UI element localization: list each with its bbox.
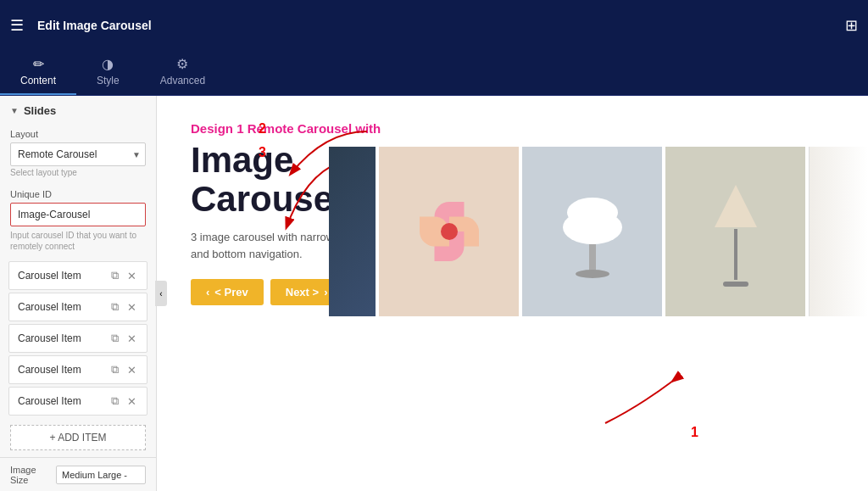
- carousel-item-delete-3[interactable]: ✕: [125, 331, 138, 347]
- arrow-1-svg: [588, 364, 690, 432]
- style-icon: ◑: [102, 56, 114, 72]
- carousel-item-delete-2[interactable]: ✕: [125, 299, 138, 315]
- lamp-container: [715, 147, 757, 316]
- prev-label: < Prev: [214, 286, 248, 299]
- carousel-item-duplicate-1[interactable]: ⧉: [109, 267, 120, 284]
- carousel-item-duplicate-2[interactable]: ⧉: [109, 299, 120, 315]
- content-icon: ✏: [33, 56, 44, 72]
- carousel-items-list: Carousel Item ⧉ ✕ Carousel Item ⧉ ✕ Caro…: [0, 261, 156, 416]
- carousel-thumbnails: [329, 147, 868, 316]
- tab-content-label: Content: [20, 75, 56, 86]
- tab-advanced-label: Advanced: [160, 75, 205, 86]
- chair-svg: [559, 181, 626, 282]
- image-size-row: Image Size Medium Large - Thumbnail Medi…: [10, 465, 146, 485]
- tab-bar: ✏ Content ◑ Style ⚙ Advanced: [0, 51, 868, 96]
- lamp-pole: [734, 229, 737, 280]
- carousel-item: Carousel Item ⧉ ✕: [8, 387, 147, 416]
- next-label: Next >: [286, 286, 319, 299]
- lamp-graphic: [715, 185, 757, 287]
- carousel-thumb-2: [379, 147, 519, 316]
- carousel-item-label-4: Carousel Item: [18, 364, 104, 376]
- lamp-base: [723, 282, 748, 287]
- slides-section-header[interactable]: ▼ Slides: [0, 96, 156, 124]
- tab-advanced[interactable]: ⚙ Advanced: [140, 51, 225, 95]
- page-title: Edit Image Carousel: [37, 19, 832, 32]
- tab-style-label: Style: [97, 75, 120, 86]
- carousel-item-label-5: Carousel Item: [18, 395, 104, 407]
- annotation-2: 2: [259, 121, 266, 137]
- prev-button[interactable]: ‹ < Prev: [191, 279, 264, 305]
- grid-icon[interactable]: ⊞: [845, 16, 858, 35]
- unique-id-label: Unique ID: [10, 189, 146, 199]
- carousel-item-duplicate-4[interactable]: ⧉: [109, 361, 120, 378]
- carousel-item-delete-5[interactable]: ✕: [125, 393, 138, 410]
- pinwheel-graphic: [415, 198, 483, 265]
- layout-label: Layout: [10, 129, 146, 139]
- annotation-1: 1: [691, 425, 698, 440]
- image-size-select[interactable]: Medium Large - Thumbnail Medium Large: [56, 466, 146, 484]
- carousel-item: Carousel Item ⧉ ✕: [8, 293, 147, 321]
- carousel-item-delete-4[interactable]: ✕: [125, 362, 138, 378]
- layout-sublabel: Select layout type: [10, 168, 146, 177]
- unique-id-field-group: Unique ID Input carousel ID that you wan…: [0, 184, 156, 259]
- carousel-item: Carousel Item ⧉ ✕: [8, 261, 147, 290]
- svg-rect-2: [589, 244, 596, 274]
- carousel-item-label-3: Carousel Item: [18, 332, 104, 344]
- design-label: Design 1 Remote Carousel with: [191, 121, 834, 136]
- title-line1: Image: [191, 140, 293, 180]
- preview-area: 2 3 Design 1 Remote Carousel with Image …: [157, 96, 868, 491]
- layout-select-wrapper: Remote Carousel Default Slideshow ▼: [10, 142, 146, 166]
- image-size-label: Image Size: [10, 465, 56, 485]
- top-bar: ☰ Edit Image Carousel ⊞: [0, 0, 868, 51]
- slides-section-label: Slides: [24, 104, 56, 117]
- layout-select[interactable]: Remote Carousel Default Slideshow: [10, 142, 146, 166]
- carousel-item-label-1: Carousel Item: [18, 270, 104, 282]
- panel-collapse-button[interactable]: ‹: [155, 281, 167, 306]
- unique-id-help: Input carousel ID that you want to remot…: [10, 230, 146, 252]
- bottom-fields: Image Size Medium Large - Thumbnail Medi…: [0, 457, 156, 491]
- main-content: ▼ Slides Layout Remote Carousel Default …: [0, 96, 868, 491]
- next-chevron: ›: [324, 286, 327, 299]
- carousel-item: Carousel Item ⧉ ✕: [8, 324, 147, 353]
- prev-chevron: ‹: [206, 286, 209, 299]
- left-panel-wrapper: ▼ Slides Layout Remote Carousel Default …: [0, 96, 157, 491]
- tab-content[interactable]: ✏ Content: [0, 51, 76, 95]
- carousel-item-delete-1[interactable]: ✕: [125, 268, 138, 284]
- person-partial: [810, 147, 868, 316]
- annotation-3: 3: [259, 145, 266, 160]
- carousel-item-duplicate-3[interactable]: ⧉: [109, 330, 120, 347]
- lamp-shade: [715, 185, 757, 227]
- layout-field-group: Layout Remote Carousel Default Slideshow…: [0, 124, 156, 184]
- advanced-icon: ⚙: [176, 56, 188, 72]
- left-panel: ▼ Slides Layout Remote Carousel Default …: [0, 96, 157, 491]
- carousel-thumb-5: [809, 147, 868, 316]
- carousel-item-duplicate-5[interactable]: ⧉: [109, 393, 120, 410]
- slides-arrow: ▼: [10, 106, 19, 115]
- title-line2: Carousel: [191, 179, 343, 219]
- unique-id-input[interactable]: [10, 203, 146, 226]
- carousel-thumb-4: [665, 147, 805, 316]
- chair-container: [559, 147, 626, 316]
- menu-icon[interactable]: ☰: [10, 16, 24, 35]
- add-item-button[interactable]: + ADD ITEM: [10, 425, 146, 450]
- carousel-thumb-3: [522, 147, 662, 316]
- carousel-thumb-1: [329, 147, 376, 316]
- pinwheel-center: [441, 223, 458, 240]
- svg-point-3: [576, 270, 609, 278]
- tab-style[interactable]: ◑ Style: [76, 51, 140, 95]
- svg-rect-1: [567, 198, 618, 227]
- carousel-item: Carousel Item ⧉ ✕: [8, 355, 147, 384]
- carousel-item-label-2: Carousel Item: [18, 301, 104, 313]
